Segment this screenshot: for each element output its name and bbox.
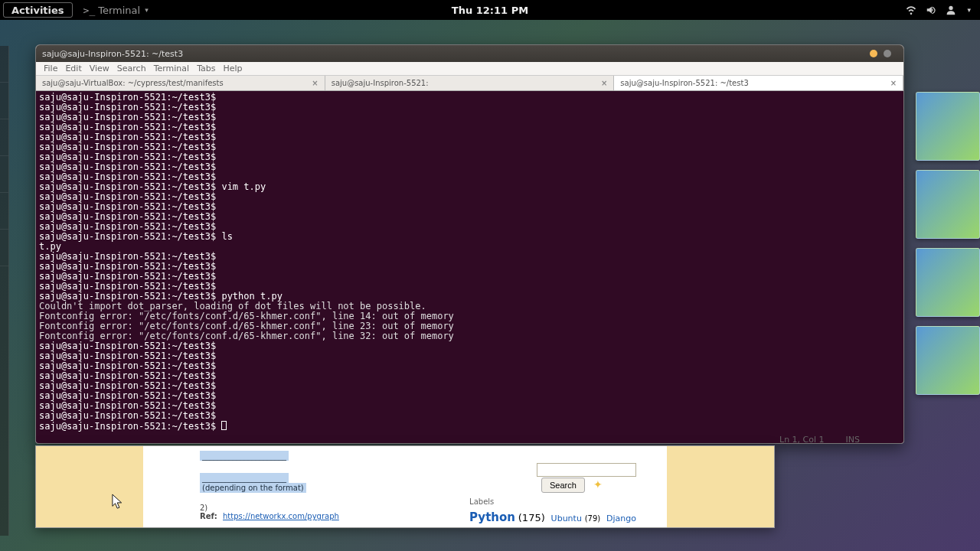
terminal-icon: >_ (83, 5, 96, 16)
star-icon[interactable]: ✦ (593, 478, 603, 491)
search-button[interactable]: Search (541, 478, 585, 493)
activities-button[interactable]: Activities (3, 2, 73, 18)
app-menu-label: Terminal (98, 5, 140, 16)
page-margin-left (36, 446, 143, 527)
tag-link[interactable]: Django (606, 514, 636, 523)
terminal-tab[interactable]: saju@saju-Inspiron-5521: ~/test3× (614, 76, 903, 90)
selected-text[interactable]: ______________________ (200, 451, 289, 461)
menu-tabs[interactable]: Tabs (197, 64, 215, 73)
search-input[interactable] (537, 463, 636, 477)
dock[interactable] (0, 46, 9, 536)
terminal-window: saju@saju-Inspiron-5521: ~/test3 FileEdi… (35, 44, 904, 444)
user-icon[interactable] (946, 5, 956, 15)
page-margin-right (667, 446, 774, 527)
window-title: saju@saju-Inspiron-5521: ~/test3 (42, 49, 183, 59)
clock[interactable]: Thu 12:11 PM (452, 5, 528, 16)
tag-count: (175) (518, 512, 545, 523)
workspace-thumb[interactable] (916, 248, 980, 317)
labels-heading: Labels (469, 497, 636, 506)
ref-label: Ref: (200, 512, 217, 520)
menu-view[interactable]: View (90, 64, 109, 73)
menu-terminal[interactable]: Terminal (154, 64, 190, 73)
terminal-tab[interactable]: saju@saju-Inspiron-5521:× (325, 76, 615, 90)
workspace-thumb[interactable] (916, 92, 980, 161)
workspace-switcher[interactable] (911, 92, 980, 404)
selected-text[interactable]: ______________________ (200, 473, 289, 483)
blog-labels: Labels Python (175) Ubuntu (79) Django (469, 497, 636, 524)
workspace-thumb[interactable] (916, 170, 980, 239)
selected-text[interactable]: (depending on the format) (200, 483, 306, 493)
editor-statusbar: Ln 1, Col 1 INS (779, 435, 860, 448)
window-close-icon[interactable] (884, 50, 891, 57)
window-minimize-icon[interactable] (870, 50, 877, 57)
close-icon[interactable]: × (312, 79, 318, 87)
menu-edit[interactable]: Edit (65, 64, 81, 73)
tag-link[interactable]: Ubuntu (551, 514, 582, 523)
step-number: 2) (200, 504, 207, 512)
menu-search[interactable]: Search (117, 64, 146, 73)
close-icon[interactable]: × (890, 79, 897, 87)
gnome-topbar: Activities >_ Terminal ▾ Thu 12:11 PM ▾ (0, 0, 980, 20)
menu-help[interactable]: Help (224, 64, 243, 73)
window-titlebar[interactable]: saju@saju-Inspiron-5521: ~/test3 (36, 45, 903, 62)
ref-link[interactable]: https://networkx.com/pygraph (223, 512, 339, 520)
svg-point-0 (949, 6, 953, 10)
tag-count: (79) (585, 514, 601, 523)
insert-mode: INS (846, 435, 860, 448)
terminal-body[interactable]: saju@saju-Inspiron-5521:~/test3$saju@saj… (36, 91, 903, 443)
close-icon[interactable]: × (601, 79, 607, 87)
volume-icon[interactable] (926, 5, 936, 15)
chevron-down-icon: ▾ (145, 6, 149, 14)
terminal-tabbar[interactable]: saju@saju-VirtualBox: ~/cypress/test/man… (36, 76, 903, 91)
terminal-tab[interactable]: saju@saju-VirtualBox: ~/cypress/test/man… (36, 76, 325, 90)
cursor-position: Ln 1, Col 1 (779, 435, 825, 448)
search-widget: Search ✦ (537, 461, 636, 493)
workspace-thumb[interactable] (916, 326, 980, 395)
chevron-down-icon: ▾ (967, 6, 971, 14)
system-tray[interactable]: ▾ (906, 5, 980, 15)
tag-link[interactable]: Python (469, 510, 515, 524)
browser-window: ______________________ _________________… (35, 445, 775, 528)
menu-file[interactable]: File (44, 64, 57, 73)
wifi-icon[interactable] (906, 5, 916, 15)
app-menu[interactable]: >_ Terminal ▾ (77, 5, 155, 16)
terminal-menubar[interactable]: FileEditViewSearchTerminalTabsHelp (36, 62, 903, 76)
